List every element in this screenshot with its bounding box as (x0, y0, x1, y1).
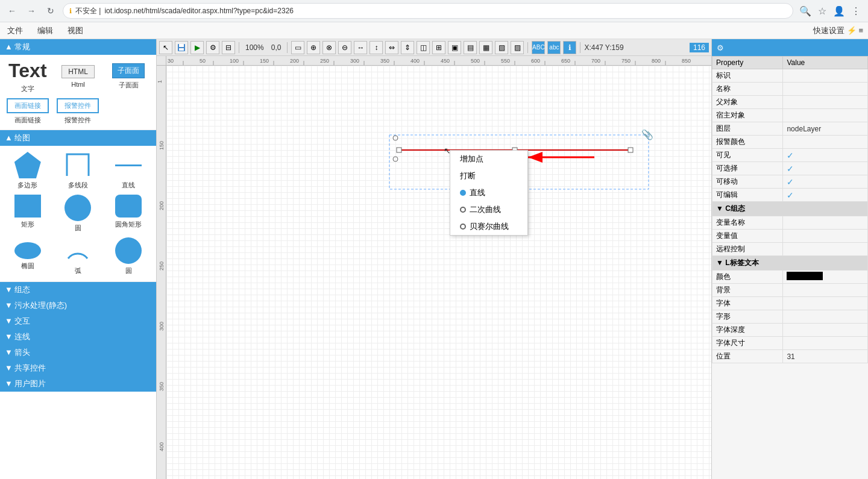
tb-btn-15[interactable]: ▨ (511, 41, 524, 54)
tb-btn-14[interactable]: ▧ (495, 41, 508, 54)
tb-btn-12[interactable]: ▤ (464, 41, 477, 54)
menu-items: 文件 编辑 视图 (5, 24, 86, 37)
xy-display: X:447 Y:159 (584, 43, 623, 52)
svg-text:1: 1 (157, 80, 163, 83)
settings-tool[interactable]: ⚙ (206, 41, 219, 54)
prop-val-20 (783, 337, 868, 350)
refresh-button[interactable]: ↻ (43, 4, 58, 18)
svg-text:150: 150 (260, 58, 269, 64)
ctx-add-point[interactable]: 增加点 (450, 151, 527, 167)
sidebar-item-fill-circle[interactable]: 圆 (105, 237, 151, 275)
prop-val-5 (783, 136, 868, 149)
profile-button[interactable]: 👤 (832, 4, 846, 18)
tb-btn-blue2[interactable]: abc (547, 41, 561, 54)
minus-tool[interactable]: ⊟ (222, 41, 235, 54)
tb-btn-3[interactable]: ⊗ (322, 41, 336, 54)
app-layout: ▲ 常规 Text 文字 HTML Html 子面面 子面面 画面链接 (0, 39, 868, 479)
sidebar-item-polygon[interactable]: 多边形 (5, 152, 51, 190)
ctrl-pt-2[interactable] (393, 157, 398, 161)
subpage-button[interactable]: 子面面 (112, 63, 145, 78)
tb-btn-4[interactable]: ⊖ (338, 41, 351, 54)
sidebar-item-arc[interactable]: 弧 (55, 237, 101, 275)
play-tool[interactable]: ▶ (190, 41, 204, 54)
toolbar-sep4 (580, 42, 580, 53)
address-bar[interactable]: ℹ 不安全 | iot.idosp.net/html/scada/editor.… (63, 3, 793, 19)
tb-btn-8[interactable]: ⇕ (401, 41, 414, 54)
sidebar-header-shared[interactable]: ▼ 共享控件 (0, 360, 156, 376)
tb-btn-11[interactable]: ▣ (448, 41, 461, 54)
tb-btn-13[interactable]: ▦ (479, 41, 492, 54)
sidebar-item-pagelink[interactable]: 画面链接 画面链接 (5, 98, 51, 125)
sidebar-item-circle[interactable]: 圆 (55, 195, 101, 233)
svg-text:400: 400 (410, 58, 420, 64)
handle-start[interactable] (397, 148, 401, 152)
canvas-surface[interactable]: 📎 增加点 打断 (166, 66, 711, 479)
tb-btn-5[interactable]: ↔ (354, 41, 367, 54)
pagelink-label: 画面链接 (14, 116, 41, 125)
sidebar-header-wastewater[interactable]: ▼ 污水处理(静态) (0, 298, 156, 313)
tb-btn-9[interactable]: ◫ (417, 41, 430, 54)
menu-view[interactable]: 视图 (65, 24, 86, 37)
radio-bezier (460, 224, 466, 230)
sidebar-item-rect[interactable]: 矩形 (5, 195, 51, 233)
save-tool[interactable] (175, 41, 188, 54)
handle-end[interactable] (628, 148, 633, 152)
sidebar-item-line[interactable]: 直线 (105, 152, 151, 190)
svg-text:350: 350 (159, 382, 165, 391)
quick-settings-label[interactable]: 快速设置 ⚡ ≡ (813, 25, 863, 36)
prop-name-19: 字体深度 (712, 324, 783, 337)
menu-button[interactable]: ⋮ (849, 4, 863, 18)
prop-val-0 (783, 69, 868, 83)
ctx-quadratic[interactable]: 二次曲线 (450, 201, 527, 218)
drawing-label: ▲ 绘图 (5, 133, 30, 143)
prop-name-20: 字体尺寸 (712, 337, 783, 350)
sidebar-header-interact[interactable]: ▼ 交互 (0, 313, 156, 329)
cursor-tool[interactable]: ↖ (159, 41, 172, 54)
canvas-grid[interactable]: 📎 增加点 打断 (166, 66, 711, 479)
sidebar-item-text[interactable]: Text 文字 (5, 60, 51, 93)
sidebar-section-common: ▲ 常规 Text 文字 HTML Html 子面面 子面面 画面链接 (0, 39, 156, 130)
prop-val-1 (783, 83, 868, 96)
pagelink-button[interactable]: 画面链接 (7, 98, 49, 113)
prop-name-11: 变量名称 (712, 216, 783, 230)
tb-btn-6[interactable]: ↕ (370, 41, 383, 54)
back-button[interactable]: ← (5, 4, 19, 18)
svg-text:300: 300 (159, 322, 165, 331)
ctx-break[interactable]: 打断 (450, 167, 527, 184)
prop-name-15: 颜色 (712, 271, 783, 284)
sidebar-header-user-img[interactable]: ▼ 用户图片 (0, 376, 156, 392)
tb-btn-1[interactable]: ▭ (291, 41, 304, 54)
quadratic-label: 二次曲线 (470, 204, 501, 215)
info-btn[interactable]: ℹ (563, 41, 576, 54)
html-button[interactable]: HTML (61, 65, 95, 78)
forward-button[interactable]: → (24, 4, 39, 18)
fill-circle-shape (115, 237, 142, 264)
tb-btn-7[interactable]: ⇔ (385, 41, 398, 54)
prop-name-2: 父对象 (712, 96, 783, 109)
menu-edit[interactable]: 编辑 (35, 24, 55, 37)
ctx-straight[interactable]: 直线 (450, 184, 527, 201)
sidebar-item-alarm[interactable]: 报警控件 报警控件 (55, 98, 101, 125)
sidebar-item-rounded-rect[interactable]: 圆角矩形 (105, 195, 151, 233)
sidebar-item-html[interactable]: HTML Html (55, 65, 101, 88)
sidebar-header-common[interactable]: ▲ 常规 (0, 39, 156, 55)
sidebar-header-group[interactable]: ▼ 组态 (0, 282, 156, 298)
tb-btn-blue1[interactable]: ABC (532, 41, 545, 54)
menu-file[interactable]: 文件 (5, 24, 25, 37)
sidebar-item-polyline[interactable]: 多线段 (55, 152, 101, 190)
tb-btn-2[interactable]: ⊕ (307, 41, 320, 54)
sidebar-header-connector[interactable]: ▼ 连线 (0, 329, 156, 345)
html-label: Html (71, 81, 85, 88)
sidebar-item-subpage[interactable]: 子面面 子面面 (105, 63, 151, 90)
sidebar-item-ellipse[interactable]: 椭圆 (5, 237, 51, 275)
ctx-bezier[interactable]: 贝赛尔曲线 (450, 218, 527, 235)
tb-btn-10[interactable]: ⊞ (432, 41, 445, 54)
sidebar-header-drawing[interactable]: ▲ 绘图 (0, 130, 156, 146)
arrow-label: ▼ 箭头 (5, 347, 30, 358)
sidebar-header-arrow[interactable]: ▼ 箭头 (0, 345, 156, 360)
bookmark-button[interactable]: ☆ (815, 4, 829, 18)
alarm-button[interactable]: 报警控件 (57, 98, 99, 113)
ctrl-pt-1[interactable] (393, 136, 398, 140)
search-button[interactable]: 🔍 (798, 4, 813, 18)
svg-text:250: 250 (159, 261, 165, 271)
